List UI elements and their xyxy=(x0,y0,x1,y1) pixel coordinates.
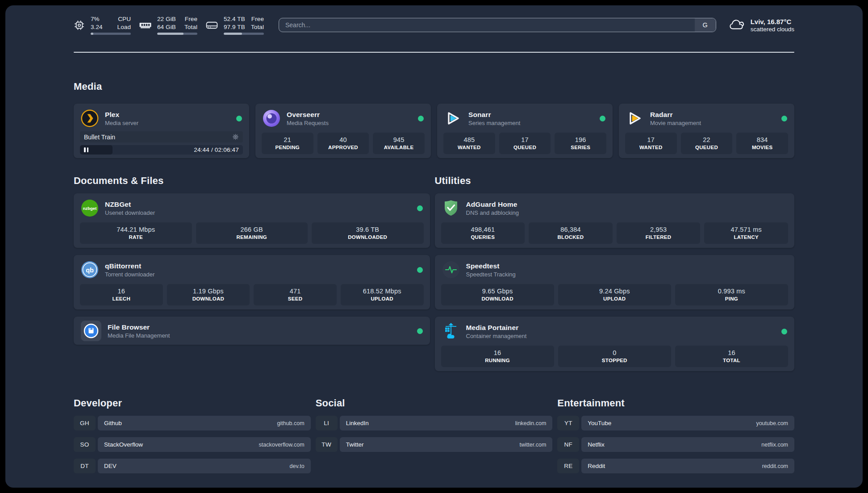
bookmark-domain: stackoverflow.com xyxy=(259,442,305,448)
top-bar: 7% 3.24 CPU Load xyxy=(74,15,794,35)
sonarr-icon xyxy=(444,109,462,127)
app-name: NZBGet xyxy=(105,201,155,209)
bookmark-youtube[interactable]: YT YouTube youtube.com xyxy=(557,416,794,430)
stat-value: 9.24 Gbps xyxy=(558,288,671,295)
bookmark-github[interactable]: GH Github github.com xyxy=(74,416,311,430)
bookmark-group-entertainment: Entertainment YT YouTube youtube.com NF … xyxy=(557,397,794,473)
status-dot xyxy=(417,205,423,211)
stat-tile: 485 WANTED xyxy=(443,133,495,154)
adguard-card[interactable]: AdGuard Home DNS and adblocking 498,461 … xyxy=(435,193,795,248)
qbittorrent-icon: qb xyxy=(81,261,99,279)
media-time: 24:44 / 02:06:47 xyxy=(194,146,243,153)
stat-label: RATE xyxy=(80,234,192,240)
gear-icon[interactable] xyxy=(232,134,239,140)
weather-condition: scattered clouds xyxy=(751,26,794,33)
svg-text:qb: qb xyxy=(86,267,94,274)
bookmark-reddit[interactable]: RE Reddit reddit.com xyxy=(557,459,794,473)
weather-cloud-icon xyxy=(728,19,745,31)
filebrowser-card[interactable]: File Browser Media File Management xyxy=(74,317,430,345)
bookmark-domain: reddit.com xyxy=(762,463,788,469)
stat-value: 618.52 Mbps xyxy=(341,288,424,295)
stat-tile: 16 LEECH xyxy=(80,284,163,305)
qbittorrent-card[interactable]: qb qBittorrent Torrent downloader 16 LEE… xyxy=(74,255,430,309)
cpu-icon xyxy=(74,20,85,31)
svg-text:nzbget: nzbget xyxy=(83,206,97,211)
memory-icon xyxy=(139,20,151,31)
bookmark-name: LinkedIn xyxy=(346,420,369,426)
speedtest-card[interactable]: Speedtest Speedtest Tracking 9.65 Gbps D… xyxy=(435,255,795,309)
stat-value: 21 xyxy=(262,136,313,143)
stat-value: 17 xyxy=(499,136,551,143)
bookmark-abbr: SO xyxy=(74,437,96,452)
overseerr-card[interactable]: Overseerr Media Requests 21 PENDING 40 A… xyxy=(255,104,431,158)
app-description: Media File Management xyxy=(108,332,170,339)
app-name: Radarr xyxy=(650,111,701,119)
bookmark-group-developer: Developer GH Github github.com SO StackO… xyxy=(74,397,311,473)
bookmark-name: Twitter xyxy=(346,441,364,448)
stat-label: AVAILABLE xyxy=(373,145,425,150)
portainer-icon xyxy=(442,322,460,340)
bookmark-name: Github xyxy=(104,420,122,426)
filebrowser-icon xyxy=(81,321,101,341)
memory-total-value: 64 GiB xyxy=(157,23,176,31)
dashboard-panel: 7% 3.24 CPU Load xyxy=(5,5,863,488)
search-provider-button[interactable]: G xyxy=(695,18,716,32)
speedtest-icon xyxy=(442,261,460,279)
cpu-usage-label: CPU xyxy=(117,15,131,23)
bookmark-domain: netflix.com xyxy=(761,442,788,448)
radarr-card[interactable]: Radarr Movie management 17 WANTED 22 QUE… xyxy=(619,104,794,158)
stat-label: PING xyxy=(675,296,788,301)
bookmark-name: Reddit xyxy=(588,463,605,469)
status-dot xyxy=(600,116,605,121)
search-input[interactable] xyxy=(279,18,695,32)
bookmark-domain: dev.to xyxy=(290,463,305,469)
bookmark-twitter[interactable]: TW Twitter twitter.com xyxy=(316,437,553,452)
bookmark-dev[interactable]: DT DEV dev.to xyxy=(74,459,311,473)
stat-label: TOTAL xyxy=(675,358,788,363)
radarr-icon xyxy=(626,109,644,127)
section-title-developer: Developer xyxy=(74,397,311,409)
stat-label: MOVIES xyxy=(736,145,788,150)
stat-label: WANTED xyxy=(625,145,677,150)
cpu-progress-bar xyxy=(91,33,131,35)
section-title-entertainment: Entertainment xyxy=(557,397,794,409)
section-title-documents: Documents & Files xyxy=(74,175,430,187)
app-name: Sonarr xyxy=(468,111,520,119)
portainer-card[interactable]: Media Portainer Container management 16 … xyxy=(435,317,795,371)
bookmark-abbr: YT xyxy=(557,416,579,430)
stat-tile: 744.21 Mbps RATE xyxy=(80,222,192,244)
pause-icon[interactable] xyxy=(84,147,88,152)
sonarr-card[interactable]: Sonarr Series management 485 WANTED 17 Q… xyxy=(437,104,613,158)
stat-label: DOWNLOADED xyxy=(312,234,424,240)
stat-label: APPROVED xyxy=(317,145,369,150)
stat-tile: 86,384 BLOCKED xyxy=(529,222,613,244)
media-grid: Plex Media server Bullet Train xyxy=(74,104,794,158)
bookmark-abbr: RE xyxy=(557,459,579,473)
memory-free-label: Free xyxy=(184,15,197,23)
stat-label: RUNNING xyxy=(441,358,554,363)
stat-tile: 1.19 Gbps DOWNLOAD xyxy=(167,284,250,305)
stat-label: SEED xyxy=(254,296,337,301)
disk-total-label: Total xyxy=(251,23,264,31)
stat-tile: 618.52 Mbps UPLOAD xyxy=(341,284,424,305)
plex-card[interactable]: Plex Media server Bullet Train xyxy=(74,104,249,158)
bookmark-name: DEV xyxy=(104,463,117,469)
stat-tile: 47.571 ms LATENCY xyxy=(704,222,788,244)
stat-label: DOWNLOAD xyxy=(167,296,250,301)
stat-value: 834 xyxy=(736,136,788,143)
nzbget-card[interactable]: nzbget NZBGet Usenet downloader 744.21 M… xyxy=(74,193,430,248)
app-name: qBittorrent xyxy=(105,262,154,270)
bookmark-linkedin[interactable]: LI LinkedIn linkedin.com xyxy=(316,416,553,430)
stat-value: 16 xyxy=(441,349,554,356)
status-dot xyxy=(781,329,787,334)
stat-value: 40 xyxy=(317,136,369,143)
stat-tile: 16 RUNNING xyxy=(441,346,554,367)
stat-value: 9.65 Gbps xyxy=(441,288,554,295)
bookmark-stackoverflow[interactable]: SO StackOverflow stackoverflow.com xyxy=(74,437,311,452)
stat-label: DOWNLOAD xyxy=(441,296,554,301)
bookmark-netflix[interactable]: NF Netflix netflix.com xyxy=(557,437,794,452)
cpu-usage-value: 7% xyxy=(91,15,103,23)
stat-tile: 2,953 FILTERED xyxy=(617,222,701,244)
stat-value: 39.6 TB xyxy=(312,226,424,233)
documents-column: Documents & Files nzbget NZBGet Usenet d… xyxy=(74,158,430,371)
